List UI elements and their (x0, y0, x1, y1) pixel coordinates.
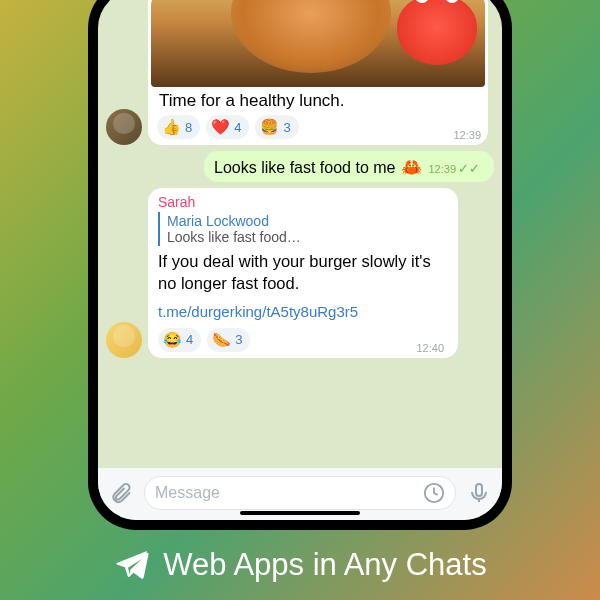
sticker-icon[interactable] (423, 482, 445, 504)
avatar[interactable] (106, 109, 142, 145)
message-input-wrapper (144, 476, 456, 510)
chat-screen: Time for a healthy lunch. 👍8 ❤️4 🍔3 12:3… (98, 0, 502, 520)
phone-frame: Time for a healthy lunch. 👍8 ❤️4 🍔3 12:3… (88, 0, 512, 530)
reply-author: Maria Lockwood (167, 213, 448, 229)
reaction[interactable]: 🌭3 (207, 328, 250, 352)
voice-icon[interactable] (466, 480, 492, 506)
message-input[interactable] (155, 484, 415, 502)
reaction[interactable]: ❤️4 (206, 115, 249, 139)
reaction[interactable]: 🍔3 (255, 115, 298, 139)
headline-text: Web Apps in Any Chats (163, 547, 486, 583)
message-caption: Time for a healthy lunch. (151, 87, 485, 111)
avatar[interactable] (106, 322, 142, 358)
crab-emoji: 🦀 (401, 157, 422, 178)
sender-name: Sarah (158, 194, 448, 210)
message-time: 12:39 (453, 129, 485, 141)
reply-preview: Looks like fast food… (167, 229, 448, 245)
message-bubble[interactable]: Time for a healthy lunch. 👍8 ❤️4 🍔3 12:3… (148, 0, 488, 145)
message-time: 12:40 (416, 342, 448, 354)
reactions-bar: 👍8 ❤️4 🍔3 (151, 111, 305, 141)
read-checks-icon: ✓✓ (458, 161, 480, 176)
message-bubble[interactable]: Looks like fast food to me 🦀 12:39 ✓✓ (204, 151, 494, 182)
reply-quote[interactable]: Maria Lockwood Looks like fast food… (158, 212, 448, 246)
telegram-logo-icon (113, 546, 151, 584)
attachment-icon[interactable] (108, 480, 134, 506)
message-row: Time for a healthy lunch. 👍8 ❤️4 🍔3 12:3… (106, 0, 494, 145)
reaction[interactable]: 😂4 (158, 328, 201, 352)
food-image[interactable] (151, 0, 485, 87)
crab-sticker (397, 0, 477, 65)
message-row: Sarah Maria Lockwood Looks like fast foo… (106, 188, 494, 358)
message-bubble[interactable]: Sarah Maria Lockwood Looks like fast foo… (148, 188, 458, 358)
message-link[interactable]: t.me/durgerking/tA5ty8uRg3r5 (158, 303, 448, 320)
message-row: Looks like fast food to me 🦀 12:39 ✓✓ (106, 151, 494, 182)
reaction[interactable]: 👍8 (157, 115, 200, 139)
promo-headline: Web Apps in Any Chats (0, 546, 600, 584)
message-time: 12:39 ✓✓ (428, 161, 484, 176)
chat-messages-area[interactable]: Time for a healthy lunch. 👍8 ❤️4 🍔3 12:3… (98, 0, 502, 468)
svg-rect-1 (476, 484, 482, 496)
message-text: Looks like fast food to me (214, 159, 395, 177)
home-indicator (240, 511, 360, 515)
message-text: If you deal with your burger slowly it's… (158, 250, 448, 295)
reactions-bar: 😂4 🌭3 (158, 324, 256, 354)
